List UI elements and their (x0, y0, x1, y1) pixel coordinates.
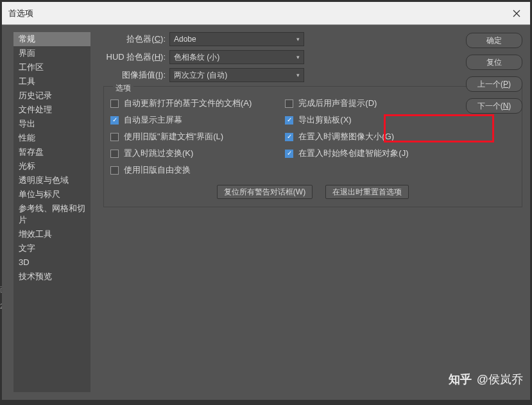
window-title: 首选项 (8, 8, 33, 19)
chevron-down-icon: ▾ (296, 54, 300, 60)
checkbox-icon (110, 116, 119, 125)
color-picker-select[interactable]: Adobe ▾ (169, 32, 304, 46)
close-icon (513, 10, 520, 17)
chevron-down-icon: ▾ (296, 36, 300, 42)
next-button[interactable]: 下一个(N) (466, 98, 522, 114)
prev-button[interactable]: 上一个(P) (466, 76, 522, 92)
auto-show-home-checkbox[interactable]: 自动显示主屏幕 (110, 114, 252, 126)
legacy-new-doc-checkbox[interactable]: 使用旧版"新建文档"界面(L) (110, 131, 252, 142)
sidebar-item-units[interactable]: 单位与标尺 (13, 187, 90, 202)
zhihu-logo: 知乎 (449, 372, 472, 387)
sidebar-item-cursor[interactable]: 光标 (13, 159, 90, 173)
ok-button[interactable]: 确定 (466, 33, 522, 48)
preferences-dialog: 首选项 常规 界面 工作区 工具 历史记录 文件处理 导出 性能 暂存盘 光标 … (2, 2, 530, 400)
main-panel: 拾色器(C): Adobe ▾ HUD 拾色器(H): 色相条纹 (小) ▾ 图… (103, 32, 522, 392)
options-right-column: 完成后用声音提示(D) 导出剪贴板(X) 在置入时调整图像大小(G) 在置入时始… (285, 98, 408, 176)
sidebar-item-export[interactable]: 导出 (13, 117, 90, 131)
options-fieldset: 选项 自动更新打开的基于文件的文档(A) 自动显示主屏幕 使用旧版"新建文档"界… (103, 86, 522, 207)
reset-warnings-button[interactable]: 复位所有警告对话框(W) (217, 185, 313, 199)
category-sidebar: 常规 界面 工作区 工具 历史记录 文件处理 导出 性能 暂存盘 光标 透明度与… (13, 32, 90, 392)
sidebar-item-workspace[interactable]: 工作区 (13, 60, 90, 74)
sidebar-item-plugins[interactable]: 增效工具 (13, 227, 90, 241)
checkbox-icon (110, 166, 119, 175)
hud-picker-select[interactable]: 色相条纹 (小) ▾ (169, 50, 304, 64)
auto-update-docs-checkbox[interactable]: 自动更新打开的基于文件的文档(A) (110, 98, 252, 109)
options-left-column: 自动更新打开的基于文件的文档(A) 自动显示主屏幕 使用旧版"新建文档"界面(L… (110, 98, 252, 176)
reset-button[interactable]: 复位 (466, 55, 522, 70)
checkbox-icon (285, 133, 293, 141)
color-picker-label: 拾色器(C): (103, 33, 166, 45)
interpolation-label: 图像插值(I): (103, 69, 166, 81)
sidebar-item-performance[interactable]: 性能 (13, 131, 90, 145)
export-clipboard-checkbox[interactable]: 导出剪贴板(X) (285, 114, 408, 126)
color-picker-value: Adobe (174, 35, 196, 44)
sidebar-item-guides[interactable]: 参考线、网格和切片 (13, 202, 90, 227)
titlebar: 首选项 (2, 2, 530, 25)
chevron-down-icon: ▾ (296, 72, 300, 78)
checkbox-icon (110, 150, 119, 158)
hud-picker-value: 色相条纹 (小) (174, 52, 219, 63)
sidebar-item-interface[interactable]: 界面 (13, 46, 90, 60)
resize-on-place-checkbox[interactable]: 在置入时调整图像大小(G) (285, 131, 408, 142)
sidebar-item-type[interactable]: 文字 (13, 241, 90, 255)
checkbox-icon (285, 150, 293, 158)
interpolation-select[interactable]: 两次立方 (自动) ▾ (169, 68, 304, 82)
sidebar-item-history[interactable]: 历史记录 (13, 89, 90, 103)
beep-done-checkbox[interactable]: 完成后用声音提示(D) (285, 98, 408, 109)
interpolation-value: 两次立方 (自动) (174, 70, 227, 81)
skip-transform-checkbox[interactable]: 置入时跳过变换(K) (110, 148, 252, 159)
dialog-buttons: 确定 复位 上一个(P) 下一个(N) (466, 33, 522, 114)
checkbox-icon (285, 99, 293, 108)
sidebar-item-general[interactable]: 常规 (13, 32, 90, 46)
sidebar-item-tech-preview[interactable]: 技术预览 (13, 270, 90, 284)
sidebar-item-transparency[interactable]: 透明度与色域 (13, 173, 90, 187)
sidebar-item-file-handling[interactable]: 文件处理 (13, 103, 90, 117)
create-smart-object-checkbox[interactable]: 在置入时始终创建智能对象(J) (285, 148, 408, 159)
checkbox-icon (110, 133, 119, 141)
checkbox-icon (285, 116, 293, 125)
close-button[interactable] (503, 2, 530, 25)
watermark-author: @侯岚乔 (477, 372, 523, 387)
watermark: 知乎 @侯岚乔 (449, 372, 523, 387)
checkbox-icon (110, 99, 119, 108)
sidebar-item-tools[interactable]: 工具 (13, 74, 90, 89)
legacy-free-transform-checkbox[interactable]: 使用旧版自由变换 (110, 164, 252, 176)
options-legend: 选项 (113, 83, 133, 94)
hud-picker-label: HUD 拾色器(H): (103, 51, 166, 63)
reset-on-quit-button[interactable]: 在退出时重置首选项 (325, 185, 409, 199)
sidebar-item-scratch[interactable]: 暂存盘 (13, 145, 90, 159)
sidebar-item-3d[interactable]: 3D (13, 255, 90, 270)
